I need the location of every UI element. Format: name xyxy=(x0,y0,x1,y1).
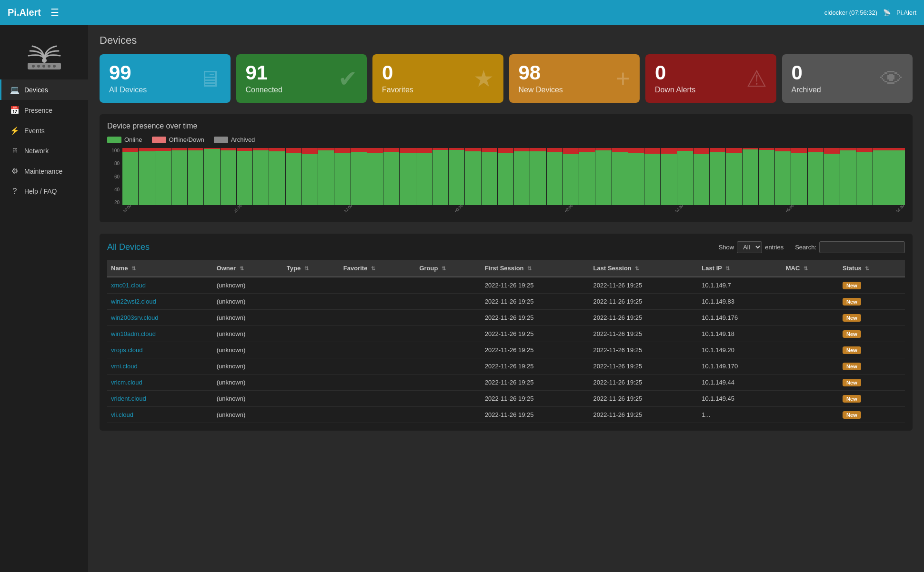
device-link[interactable]: xmc01.cloud xyxy=(111,282,146,289)
chart-bar xyxy=(188,148,203,205)
cell-last-session: 2022-11-26 19:25 xyxy=(590,407,698,423)
col-mac[interactable]: MAC ⇅ xyxy=(782,260,839,277)
presence-icon: 📅 xyxy=(10,106,20,115)
sidebar-item-network[interactable]: 🖥 Network xyxy=(0,141,88,161)
status-badge: New xyxy=(843,363,861,370)
layout: 💻 Devices 📅 Presence ⚡ Events 🖥 Network … xyxy=(0,25,924,572)
stat-connected-label: Connected xyxy=(246,86,282,94)
stat-new-icon: + xyxy=(616,64,630,93)
table-row: vrident.cloud (unknown) 2022-11-26 19:25… xyxy=(107,391,905,407)
chart-bar xyxy=(791,148,807,205)
sort-mac-icon: ⇅ xyxy=(803,266,808,271)
cell-group xyxy=(415,277,481,294)
col-type[interactable]: Type ⇅ xyxy=(283,260,340,277)
device-link[interactable]: vli.cloud xyxy=(111,411,133,418)
help-icon: ? xyxy=(10,187,20,196)
stat-card-archived[interactable]: 0 Archived 👁 xyxy=(782,54,913,103)
header-right: cldocker (07:56:32) 📡 Pi.Alert xyxy=(824,9,916,16)
cell-type xyxy=(283,277,340,294)
search-input[interactable] xyxy=(819,241,905,253)
device-link[interactable]: vrni.cloud xyxy=(111,363,138,370)
cell-group xyxy=(415,294,481,310)
table-head: Name ⇅ Owner ⇅ Type ⇅ Favorite ⇅ Group ⇅… xyxy=(107,260,905,277)
stat-card-all-content: 99 All Devices xyxy=(109,63,147,94)
chart-bar xyxy=(628,148,644,205)
stat-archived-label: Archived xyxy=(792,86,821,94)
cell-first-session: 2022-11-26 19:25 xyxy=(481,277,590,294)
legend-archived-box xyxy=(214,137,228,143)
col-owner[interactable]: Owner ⇅ xyxy=(213,260,283,277)
stat-card-all[interactable]: 99 All Devices 🖥 xyxy=(100,54,231,103)
stat-favorites-number: 0 xyxy=(382,63,413,83)
col-status[interactable]: Status ⇅ xyxy=(839,260,905,277)
chart-bar xyxy=(775,148,791,205)
cell-type xyxy=(283,407,340,423)
col-last-ip[interactable]: Last IP ⇅ xyxy=(698,260,782,277)
chart-bar xyxy=(889,148,905,205)
stat-card-new[interactable]: 98 New Devices + xyxy=(509,54,640,103)
cell-type xyxy=(283,326,340,342)
cell-first-session: 2022-11-26 19:25 xyxy=(481,375,590,391)
cell-last-ip: 10.1.149.18 xyxy=(698,326,782,342)
chart-xaxis: 20:0021:3023:0000:3002:0003:3005:0006:30 xyxy=(122,210,905,215)
stat-card-favorites-content: 0 Favorites xyxy=(382,63,413,94)
cell-first-session: 2022-11-26 19:25 xyxy=(481,407,590,423)
cell-first-session: 2022-11-26 19:25 xyxy=(481,358,590,375)
table-controls: Show All 10 25 50 entries Search: xyxy=(719,241,905,253)
sidebar-item-maintenance[interactable]: ⚙ Maintenance xyxy=(0,161,88,181)
cell-group xyxy=(415,310,481,326)
sidebar-item-presence-label: Presence xyxy=(24,107,52,114)
chart-bar xyxy=(400,148,415,205)
device-link[interactable]: vrident.cloud xyxy=(111,395,146,402)
col-name[interactable]: Name ⇅ xyxy=(107,260,213,277)
device-link[interactable]: vrlcm.cloud xyxy=(111,379,142,386)
col-last-session[interactable]: Last Session ⇅ xyxy=(590,260,698,277)
data-table: Name ⇅ Owner ⇅ Type ⇅ Favorite ⇅ Group ⇅… xyxy=(107,260,905,423)
device-link[interactable]: vrops.cloud xyxy=(111,346,142,354)
cell-group xyxy=(415,342,481,358)
stat-connected-icon: ✔ xyxy=(338,65,357,92)
legend-archived: Archived xyxy=(214,136,255,143)
cell-mac xyxy=(782,358,839,375)
cell-status: New xyxy=(839,375,905,391)
stat-down-label: Down Alerts xyxy=(655,86,695,94)
col-group[interactable]: Group ⇅ xyxy=(415,260,481,277)
sidebar-item-devices[interactable]: 💻 Devices xyxy=(0,79,88,100)
chart-bar xyxy=(661,148,676,205)
stat-card-favorites[interactable]: 0 Favorites ★ xyxy=(372,54,503,103)
cell-status: New xyxy=(839,326,905,342)
table-title: All Devices xyxy=(107,242,150,252)
entries-select[interactable]: All 10 25 50 xyxy=(737,241,762,253)
cell-owner: (unknown) xyxy=(213,294,283,310)
cell-name: win2003srv.cloud xyxy=(107,310,213,326)
menu-icon[interactable]: ☰ xyxy=(50,7,59,18)
chart-bar xyxy=(726,148,742,205)
table-row: vli.cloud (unknown) 2022-11-26 19:25 202… xyxy=(107,407,905,423)
chart-bar xyxy=(482,148,497,205)
cell-last-ip: 10.1.149.176 xyxy=(698,310,782,326)
chart-bar xyxy=(204,148,220,205)
stat-all-icon: 🖥 xyxy=(198,66,221,92)
chart-bar xyxy=(612,148,628,205)
device-link[interactable]: win2003srv.cloud xyxy=(111,314,158,321)
stat-card-down[interactable]: 0 Down Alerts ⚠ xyxy=(645,54,776,103)
device-link[interactable]: win10adm.cloud xyxy=(111,330,156,337)
cell-mac xyxy=(782,391,839,407)
sidebar-item-help[interactable]: ? Help / FAQ xyxy=(0,181,88,201)
chart-bar xyxy=(367,148,383,205)
col-favorite[interactable]: Favorite ⇅ xyxy=(340,260,416,277)
chart-bar xyxy=(840,148,856,205)
stat-card-connected[interactable]: 91 Connected ✔ xyxy=(236,54,367,103)
page-title: Devices xyxy=(100,34,913,47)
sidebar-item-presence[interactable]: 📅 Presence xyxy=(0,100,88,120)
device-link[interactable]: win22wsl2.cloud xyxy=(111,298,156,305)
status-badge: New xyxy=(843,314,861,322)
sidebar-item-maintenance-label: Maintenance xyxy=(24,168,62,175)
cell-last-session: 2022-11-26 19:25 xyxy=(590,391,698,407)
legend-offline-label: Offline/Down xyxy=(169,136,204,143)
col-first-session[interactable]: First Session ⇅ xyxy=(481,260,590,277)
cell-last-ip: 1... xyxy=(698,407,782,423)
sidebar-item-events[interactable]: ⚡ Events xyxy=(0,120,88,141)
chart-bar xyxy=(269,148,285,205)
status-badge: New xyxy=(843,379,861,386)
